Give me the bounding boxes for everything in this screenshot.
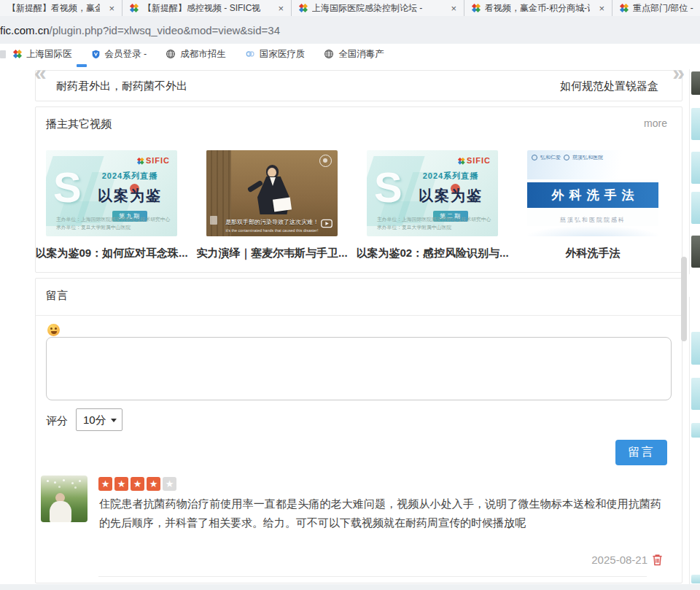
sidebar-thumb-cutoff[interactable] xyxy=(691,108,700,140)
bookmark-label: 成都市招生 xyxy=(180,48,226,61)
play-icon xyxy=(321,218,332,231)
tab-title: 【新提醒】看视频，赢金币-积 xyxy=(7,2,100,15)
sidebar-thumb-cutoff[interactable] xyxy=(691,236,700,268)
submit-comment-button[interactable]: 留言 xyxy=(615,440,667,465)
video-row: S SIFIC 2024系列直播 以案为鉴 第九期 主办单位：上海国际医院感染控… xyxy=(46,150,658,236)
paper-sheet xyxy=(273,197,292,211)
browser-tab-3[interactable]: 上海国际医院感染控制论坛 - × xyxy=(292,0,464,16)
logo-text: SIFIC xyxy=(467,156,491,165)
browser-tab-4[interactable]: 看视频，赢金币-积分商城-讨 × xyxy=(464,0,612,16)
video-thumbnail[interactable]: S SIFIC 2024系列直播 以案为鉴 第二期 主办单位：上海国际医院感染控… xyxy=(367,150,498,236)
avatar-person-body xyxy=(50,501,71,522)
watermark-s: S xyxy=(374,166,402,209)
prev-chevrons-icon[interactable]: « xyxy=(34,62,45,84)
avatar[interactable] xyxy=(41,476,88,522)
scrollbar-thumb[interactable] xyxy=(681,257,687,341)
other-videos-card: 播主其它视频 more S SIFIC 2024系 xyxy=(35,106,682,273)
bookmark-sific[interactable]: 上海国际医 xyxy=(13,48,72,61)
hospital-logo-icon xyxy=(564,155,569,160)
prev-video-link[interactable]: 耐药君外出，耐药菌不外出 xyxy=(56,79,187,93)
pager-card: « 耐药君外出，耐药菌不外出 如何规范处置锐器盒 » xyxy=(35,70,682,101)
browser-window: 【新提醒】看视频，赢金币-积 × 【新提醒】感控视频 - SIFIC视 × 上海… xyxy=(0,0,700,590)
divider xyxy=(98,576,647,577)
next-video-link[interactable]: 如何规范处置锐器盒 xyxy=(560,79,658,93)
sidebar-thumb-cutoff[interactable] xyxy=(691,192,700,224)
video-title[interactable]: 以案为鉴02：感控风险识别与... xyxy=(356,247,508,260)
sific-logo: SIFIC xyxy=(411,156,491,165)
video-item-4: 弘和仁爱 慈溪弘和医院 外科洗手法 慈溪弘和医院院感科 外科洗手法 xyxy=(527,150,658,236)
thumb-main-title: 以案为鉴 xyxy=(411,186,491,206)
video-title[interactable]: 外科洗手法 xyxy=(566,247,621,260)
tab-title: 上海国际医院感染控制论坛 - xyxy=(312,2,442,15)
page-content: « 耐药君外出，耐药菌不外出 如何规范处置锐器盒 » 播主其它视频 more S xyxy=(0,64,700,590)
next-chevrons-icon[interactable]: » xyxy=(672,62,683,84)
bookmark-medical-quality[interactable]: 国家医疗质 xyxy=(245,48,306,61)
flower-dots xyxy=(47,480,49,482)
comment-date: 2025-08-21 xyxy=(591,554,648,566)
comment-meta: 2025-08-21 xyxy=(591,554,663,566)
section-heading: 留言 xyxy=(46,289,68,303)
sidebar-border xyxy=(689,69,690,274)
more-link[interactable]: more xyxy=(644,117,667,129)
globe-icon xyxy=(166,49,176,59)
comment-text: 住院患者抗菌药物治疗前使用率一直都是头痛的老大难问题，视频从小处入手，说明了微生… xyxy=(99,494,661,532)
delete-icon[interactable] xyxy=(652,554,663,566)
cutoff-blue-element xyxy=(77,64,87,67)
close-icon[interactable]: × xyxy=(275,3,287,14)
bookmark-label: 上海国际医 xyxy=(26,48,72,61)
sific-favicon xyxy=(620,4,629,12)
browser-tab-5[interactable]: 重点部门/部位 - xyxy=(612,0,700,16)
url-path: /plugin.php?id=xlwsq_video&mod=view&sid=… xyxy=(50,24,280,36)
sific-favicon xyxy=(472,4,481,12)
video-thumbnail[interactable]: S SIFIC 2024系列直播 以案为鉴 第九期 主办单位：上海国际医院感染控… xyxy=(46,150,177,236)
rating-select[interactable]: 10分 xyxy=(76,408,122,431)
divider xyxy=(36,315,682,316)
tab-title: 重点部门/部位 - xyxy=(633,2,700,15)
bookmark-label: 全国消毒产 xyxy=(338,48,384,61)
thumb-text-block: SIFIC 2024系列直播 以案为鉴 第九期 xyxy=(90,156,170,222)
video-item-2: 是那双手部的污染导致了这次灾难！ it's the contaminated h… xyxy=(206,150,338,236)
video-thumbnail[interactable]: 弘和仁爱 慈溪弘和医院 外科洗手法 慈溪弘和医院院感科 xyxy=(527,150,658,236)
address-bar[interactable]: fic.com.cn/plugin.php?id=xlwsq_video&mod… xyxy=(0,16,700,44)
video-title[interactable]: 实力演绎｜塞麦尔韦斯与手卫... xyxy=(196,247,347,260)
cut-bookmark xyxy=(0,50,6,58)
rating-label: 评分 xyxy=(46,414,68,428)
title-banner: 外科洗手法 xyxy=(527,182,658,208)
bookmark-disinfection[interactable]: 全国消毒产 xyxy=(324,48,384,61)
page-background-strip xyxy=(0,584,700,590)
sidebar-thumb-cutoff[interactable] xyxy=(691,71,700,95)
bookmark-label: 国家医疗质 xyxy=(260,48,306,61)
close-icon[interactable]: × xyxy=(448,3,459,14)
emoji-picker-icon[interactable] xyxy=(47,324,60,336)
bookmark-chengdu[interactable]: 成都市招生 xyxy=(166,48,226,61)
comment-textarea[interactable] xyxy=(46,337,672,400)
star-rating xyxy=(98,477,176,491)
tab-strip: 【新提醒】看视频，赢金币-积 × 【新提醒】感控视频 - SIFIC视 × 上海… xyxy=(0,0,700,16)
url-domain: fic.com.cn xyxy=(0,24,50,36)
bookmark-member-login[interactable]: 会员登录 - xyxy=(91,48,147,61)
video-thumbnail[interactable]: 是那双手部的污染导致了这次灾难！ it's the contaminated h… xyxy=(206,150,338,236)
close-icon[interactable]: × xyxy=(106,3,117,14)
sidebar-thumb-cutoff[interactable] xyxy=(691,575,700,583)
link-icon xyxy=(245,49,255,59)
department-line: 慈溪弘和医院院感科 xyxy=(527,216,658,224)
thumb-main-title: 以案为鉴 xyxy=(90,186,170,206)
watermark-s: S xyxy=(53,166,82,209)
sidebar-thumb-cutoff[interactable] xyxy=(691,332,700,365)
close-icon[interactable]: × xyxy=(596,3,607,14)
globe-icon xyxy=(324,49,334,59)
video-title[interactable]: 以案为鉴09：如何应对耳念珠... xyxy=(35,247,187,260)
sific-logo: SIFIC xyxy=(90,156,170,165)
comment-card: 留言 评分 10分 留言 住院患者抗菌药物治 xyxy=(35,278,682,583)
shield-icon xyxy=(91,50,101,59)
tab-title: 看视频，赢金币-积分商城-讨 xyxy=(485,2,590,15)
chevron-down-icon xyxy=(111,419,117,422)
sidebar-thumb-cutoff[interactable] xyxy=(691,378,700,410)
browser-tab-2[interactable]: 【新提醒】感控视频 - SIFIC视 × xyxy=(122,0,292,16)
organizer-lines: 主办单位：上海国际医院感染控制论坛技术研究中心 承办单位：复旦大学附属中山医院 xyxy=(56,217,170,231)
sidebar-thumb-cutoff[interactable] xyxy=(691,152,700,184)
browser-tab-1[interactable]: 【新提醒】看视频，赢金币-积 × xyxy=(0,0,122,16)
presenter-face xyxy=(268,168,276,177)
sidebar-thumb-cutoff[interactable] xyxy=(691,423,700,438)
hospital-logo-icon xyxy=(532,155,537,160)
